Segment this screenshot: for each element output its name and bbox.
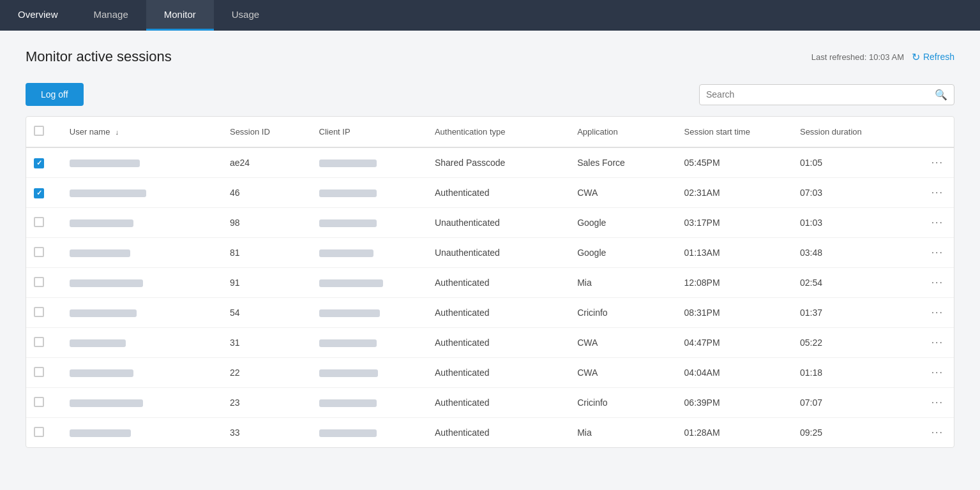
session-start-time: 02:31AM [677, 178, 792, 208]
table-row: █████████████23████████AuthenticatedCric… [26, 388, 954, 418]
nav-manage[interactable]: Manage [76, 0, 146, 31]
session-start-time: 12:08PM [677, 268, 792, 298]
client-ip-blurred: ████████ [319, 309, 380, 317]
header-right: Last refreshed: 10:03 AM ↻ Refresh [811, 51, 954, 63]
application: Cricinfo [569, 388, 676, 418]
page-content: Monitor active sessions Last refreshed: … [0, 31, 980, 466]
client-ip-blurred: ████████ [319, 339, 377, 347]
client-ip-blurred: ████████ [319, 249, 373, 257]
application: Mia [569, 418, 676, 448]
application: Mia [569, 268, 676, 298]
row-checkbox[interactable] [34, 158, 44, 168]
session-id: 23 [222, 388, 312, 418]
row-more-button[interactable]: ··· [929, 366, 946, 380]
auth-type: Shared Passcode [427, 147, 569, 178]
page-title: Monitor active sessions [26, 48, 172, 65]
th-session-id: Session ID [222, 117, 312, 147]
row-checkbox[interactable] [34, 367, 44, 377]
sessions-table-container: User name ↓ Session ID Client IP Authent… [26, 116, 954, 448]
toolbar: Log off 🔍 [26, 83, 954, 106]
client-ip-blurred: ████████ [319, 219, 377, 227]
th-duration: Session duration [792, 117, 908, 147]
session-start-time: 04:47PM [677, 328, 792, 358]
row-checkbox[interactable] [34, 247, 44, 257]
refresh-icon: ↻ [912, 51, 920, 63]
session-start-time: 01:13AM [677, 238, 792, 268]
table-header-row: User name ↓ Session ID Client IP Authent… [26, 117, 954, 147]
table-row: █████████████46████████AuthenticatedCWA0… [26, 178, 954, 208]
row-checkbox[interactable] [34, 217, 44, 227]
select-all-checkbox[interactable] [34, 126, 44, 136]
search-icon: 🔍 [935, 89, 947, 101]
row-more-button[interactable]: ··· [929, 336, 946, 350]
row-checkbox[interactable] [34, 397, 44, 407]
sessions-table: User name ↓ Session ID Client IP Authent… [26, 117, 954, 447]
auth-type: Authenticated [427, 388, 569, 418]
row-checkbox[interactable] [34, 277, 44, 287]
auth-type: Authenticated [427, 268, 569, 298]
page-header: Monitor active sessions Last refreshed: … [26, 48, 954, 65]
client-ip-blurred: ████████ [319, 160, 377, 167]
row-checkbox[interactable] [34, 188, 44, 198]
search-input[interactable] [706, 89, 935, 100]
session-id: 31 [222, 328, 312, 358]
session-id: 22 [222, 358, 312, 388]
row-checkbox[interactable] [34, 427, 44, 437]
username-blurred: █████████████ [70, 429, 131, 437]
row-checkbox[interactable] [34, 337, 44, 347]
table-row: █████████████54████████AuthenticatedCric… [26, 298, 954, 328]
th-select-all [26, 117, 62, 147]
session-start-time: 01:28AM [677, 418, 792, 448]
session-start-time: 05:45PM [677, 147, 792, 178]
application: Google [569, 238, 676, 268]
row-more-button[interactable]: ··· [929, 216, 946, 230]
application: CWA [569, 178, 676, 208]
username-blurred: █████████████ [70, 249, 130, 257]
session-duration: 05:22 [792, 328, 908, 358]
username-blurred: █████████████ [70, 309, 137, 317]
th-actions [908, 117, 954, 147]
table-body: █████████████ae24████████Shared Passcode… [26, 147, 954, 447]
username-blurred: █████████████ [70, 219, 133, 227]
username-blurred: █████████████ [70, 369, 133, 377]
session-id: 91 [222, 268, 312, 298]
auth-type: Authenticated [427, 328, 569, 358]
th-application: Application [569, 117, 676, 147]
row-more-button[interactable]: ··· [929, 306, 946, 320]
row-more-button[interactable]: ··· [929, 186, 946, 200]
row-more-button[interactable]: ··· [929, 276, 946, 290]
session-start-time: 06:39PM [677, 388, 792, 418]
row-more-button[interactable]: ··· [929, 156, 946, 170]
row-checkbox[interactable] [34, 307, 44, 317]
search-box: 🔍 [699, 84, 954, 105]
row-more-button[interactable]: ··· [929, 426, 946, 440]
row-more-button[interactable]: ··· [929, 246, 946, 260]
th-client-ip: Client IP [312, 117, 427, 147]
log-off-button[interactable]: Log off [26, 83, 84, 106]
auth-type: Authenticated [427, 298, 569, 328]
session-id: ae24 [222, 147, 312, 178]
session-id: 46 [222, 178, 312, 208]
username-blurred: █████████████ [70, 279, 143, 287]
th-username[interactable]: User name ↓ [62, 117, 222, 147]
nav-monitor[interactable]: Monitor [146, 0, 214, 31]
auth-type: Authenticated [427, 358, 569, 388]
row-more-button[interactable]: ··· [929, 396, 946, 410]
username-blurred: █████████████ [70, 339, 126, 347]
nav-usage[interactable]: Usage [214, 0, 277, 31]
table-row: █████████████81████████UnauthenticatedGo… [26, 238, 954, 268]
th-auth-type: Authentication type [427, 117, 569, 147]
session-start-time: 04:04AM [677, 358, 792, 388]
session-id: 54 [222, 298, 312, 328]
th-start-time: Session start time [677, 117, 792, 147]
application: Google [569, 208, 676, 238]
top-navigation: Overview Manage Monitor Usage [0, 0, 980, 31]
application: CWA [569, 328, 676, 358]
auth-type: Authenticated [427, 418, 569, 448]
refresh-button[interactable]: ↻ Refresh [912, 51, 954, 63]
session-duration: 01:37 [792, 298, 908, 328]
table-row: █████████████ae24████████Shared Passcode… [26, 147, 954, 178]
auth-type: Unauthenticated [427, 238, 569, 268]
session-id: 81 [222, 238, 312, 268]
nav-overview[interactable]: Overview [0, 0, 76, 31]
